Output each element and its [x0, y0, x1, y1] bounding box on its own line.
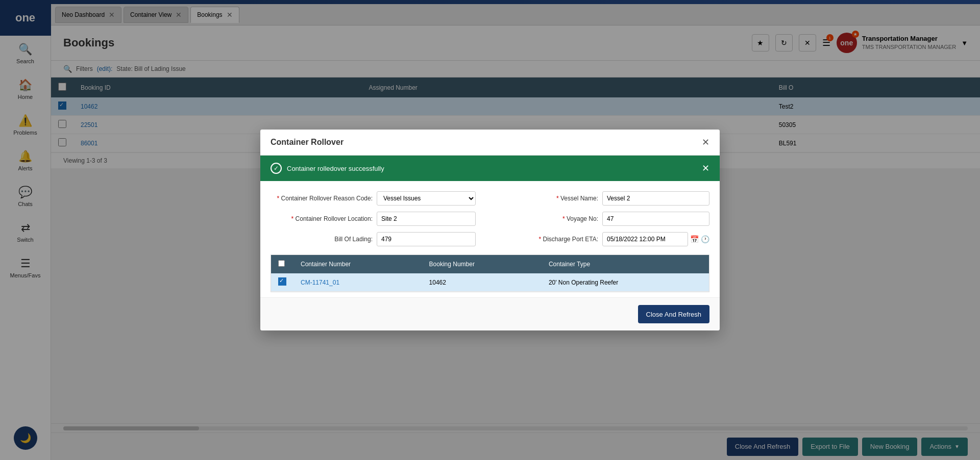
success-dismiss-button[interactable]: ✕	[702, 163, 709, 174]
modal-select-all-checkbox[interactable]	[278, 260, 285, 267]
bill-of-lading-input[interactable]	[377, 232, 476, 246]
bill-of-lading-row: Bill Of Lading:	[271, 232, 476, 246]
form-right-column: * Vessel Name: * Voyage No: * Discharge …	[496, 191, 709, 246]
voyage-no-label: * Voyage No:	[496, 215, 598, 222]
modal-table-row: CM-11741_01 10462 20' Non Operating Reef…	[271, 273, 709, 292]
location-label: * Container Rollover Location:	[271, 215, 373, 222]
voyage-no-input[interactable]	[602, 212, 709, 226]
location-input[interactable]: Site 2	[377, 212, 476, 226]
location-row: * Container Rollover Location: Site 2	[271, 212, 476, 226]
success-message: Container rolledover successfully	[287, 165, 384, 172]
form-left-column: * Container Rollover Reason Code: Vessel…	[271, 191, 476, 246]
container-rollover-modal: Container Rollover ✕ ✓ Container rolledo…	[260, 130, 720, 330]
modal-close-button[interactable]: ✕	[702, 137, 709, 148]
calendar-icon[interactable]: 📅	[690, 235, 699, 243]
modal-table-header-row: Container Number Booking Number Containe…	[271, 255, 709, 273]
modal-header: Container Rollover ✕	[260, 130, 720, 156]
container-number-link-0[interactable]: CM-11741_01	[301, 279, 339, 286]
success-banner: ✓ Container rolledover successfully ✕	[260, 156, 720, 181]
vessel-name-input[interactable]	[602, 191, 709, 206]
modal-close-refresh-button[interactable]: Close And Refresh	[638, 305, 709, 323]
modal-col-booking-number: Booking Number	[422, 255, 542, 273]
modal-container-table-wrapper: Container Number Booking Number Containe…	[271, 254, 709, 292]
reason-code-select[interactable]: Vessel Issues Port Congestion Weather Ot…	[377, 191, 476, 206]
vessel-name-label: * Vessel Name:	[496, 195, 598, 202]
modal-row-checkbox-0[interactable]	[278, 277, 286, 286]
modal-body: * Container Rollover Reason Code: Vessel…	[260, 181, 720, 297]
voyage-no-row: * Voyage No:	[496, 212, 709, 226]
form-grid: * Container Rollover Reason Code: Vessel…	[271, 191, 709, 246]
discharge-port-eta-input[interactable]	[602, 232, 688, 246]
reason-code-label: * Container Rollover Reason Code:	[271, 195, 373, 202]
clock-icon[interactable]: 🕐	[701, 235, 709, 243]
modal-title: Container Rollover	[271, 138, 344, 147]
modal-container-table: Container Number Booking Number Containe…	[271, 255, 709, 292]
modal-col-container-type: Container Type	[542, 255, 709, 273]
discharge-port-eta-label: * Discharge Port ETA:	[496, 236, 598, 243]
modal-col-container-number: Container Number	[293, 255, 422, 273]
reason-code-row: * Container Rollover Reason Code: Vessel…	[271, 191, 476, 206]
discharge-port-eta-row: * Discharge Port ETA: 📅 🕐	[496, 232, 709, 246]
modal-col-select[interactable]	[271, 255, 293, 273]
vessel-name-row: * Vessel Name:	[496, 191, 709, 206]
bill-of-lading-label: Bill Of Lading:	[271, 236, 373, 243]
success-checkmark-icon: ✓	[271, 163, 282, 174]
modal-footer: Close And Refresh	[260, 297, 720, 330]
